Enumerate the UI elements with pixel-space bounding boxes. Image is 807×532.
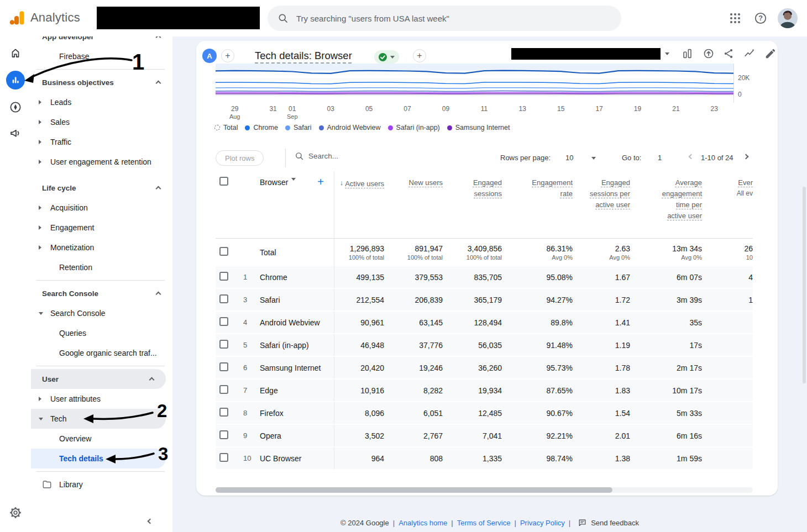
sidebar-item-business-objectives[interactable]: Business objectives [31, 72, 172, 92]
compare-icon[interactable] [682, 48, 694, 60]
footer-link-privacy-policy[interactable]: Privacy Policy [520, 519, 565, 527]
sidebar-item-retention[interactable]: Retention [31, 257, 172, 277]
sparkline-insights-icon[interactable] [743, 48, 756, 60]
sidebar-item-user-attributes[interactable]: User attributes [31, 389, 172, 409]
report-saved-badge[interactable] [374, 50, 399, 64]
sidebar-item-overview[interactable]: Overview [31, 429, 172, 449]
sort-descending-icon[interactable]: ↓ [340, 178, 344, 189]
sidebar-item-queries[interactable]: Queries [31, 323, 172, 343]
legend-item-android-webview[interactable]: Android Webview [319, 124, 381, 131]
timeseries-chart[interactable] [216, 64, 733, 103]
legend-item-safari-in-app[interactable]: Safari (in-app) [388, 124, 440, 131]
table-row[interactable]: 6Samsung Internet20,42019,24636,26095.73… [216, 357, 753, 380]
row-checkbox[interactable] [219, 294, 228, 303]
sidebar-item-tech[interactable]: Tech [31, 409, 166, 429]
date-range-caret-icon[interactable] [665, 52, 669, 55]
reports-icon-selected[interactable] [6, 71, 25, 89]
analytics-logo[interactable]: Analytics [9, 9, 80, 26]
legend-item-total[interactable]: Total [214, 124, 238, 131]
vertical-scrollbar[interactable] [803, 187, 806, 383]
total-row-checkbox[interactable] [219, 247, 228, 256]
metric-header-label[interactable]: Engaged sessions per active user [585, 177, 630, 210]
dimension-selector[interactable]: Browser [260, 178, 288, 187]
table-row[interactable]: 10UC Browser9648081,33598.74%1.381m 59s [216, 447, 753, 470]
table-row[interactable]: 5Safari (in-app)46,94837,77656,03591.48%… [216, 334, 753, 357]
add-secondary-dimension-button[interactable]: + [317, 176, 324, 188]
metric-header-label[interactable]: Average engagement time per active user [657, 177, 702, 222]
global-search-bar[interactable] [268, 6, 621, 31]
sidebar-item-app-developer[interactable]: App developer [31, 36, 172, 46]
metric-header-label[interactable]: Engagement rate [527, 177, 573, 199]
add-comparison-button[interactable]: + [413, 49, 426, 62]
sidebar-item-life-cycle[interactable]: Life cycle [31, 178, 172, 198]
rows-per-page-select[interactable]: 10 [565, 154, 573, 162]
admin-settings-gear-icon[interactable] [9, 506, 22, 519]
plot-rows-button[interactable]: Plot rows [216, 150, 264, 166]
explore-icon[interactable] [9, 101, 22, 114]
table-search[interactable] [295, 151, 386, 161]
sidebar-item-engagement[interactable]: Engagement [31, 218, 172, 238]
legend-item-samsung-internet[interactable]: Samsung Internet [447, 124, 510, 131]
advertising-icon[interactable] [9, 127, 22, 140]
next-page-icon[interactable] [743, 154, 749, 160]
previous-page-icon[interactable] [689, 154, 694, 160]
row-checkbox[interactable] [219, 272, 228, 281]
sidebar-item-firebase[interactable]: Firebase [31, 46, 172, 66]
table-row[interactable]: 7Edge10,9168,28219,93487.65%1.8310m 17s [216, 380, 753, 402]
report-collection-avatar[interactable]: A [202, 49, 217, 63]
row-checkbox[interactable] [219, 430, 228, 439]
sidebar-item-acquisition[interactable]: Acquisition [31, 198, 172, 218]
footer-link-analytics-home[interactable]: Analytics home [399, 519, 447, 527]
add-report-button[interactable]: + [221, 49, 234, 62]
total-subvalue: 10 [702, 254, 753, 261]
sidebar-item-traffic[interactable]: Traffic [31, 132, 172, 152]
send-feedback-button[interactable]: Send feedback [578, 518, 639, 528]
rows-per-page-caret-icon[interactable] [591, 157, 596, 160]
table-row[interactable]: 4Android Webview90,96163,145128,49489.8%… [216, 312, 753, 334]
search-input[interactable] [296, 14, 584, 23]
sidebar-item-monetization[interactable]: Monetization [31, 238, 172, 257]
sidebar-item-search-console[interactable]: Search Console [31, 283, 172, 303]
metric-header-label[interactable]: Engaged sessions [457, 177, 502, 199]
google-apps-grid-icon[interactable] [729, 12, 742, 25]
go-to-page-input[interactable]: 1 [658, 154, 662, 162]
legend-item-safari[interactable]: Safari [285, 124, 312, 131]
footer-link-terms-of-service[interactable]: Terms of Service [457, 519, 511, 527]
redacted-date-range[interactable] [511, 48, 661, 60]
sidebar-item-google-organic-search-traf[interactable]: Google organic search traf... [31, 343, 172, 363]
sidebar-item-user-engagement-retention[interactable]: User engagement & retention [31, 152, 172, 172]
table-row[interactable]: 3Safari212,554206,839365,17994.27%1.723m… [216, 289, 753, 312]
row-checkbox[interactable] [219, 408, 228, 417]
edit-report-pencil-icon[interactable] [764, 48, 777, 60]
table-row[interactable]: 1Chrome499,135379,553835,70595.08%1.676m… [216, 266, 753, 289]
horizontal-scrollbar-thumb[interactable] [216, 487, 612, 493]
collapse-sidebar-icon[interactable] [148, 519, 153, 524]
row-checkbox[interactable] [219, 340, 228, 349]
row-checkbox[interactable] [219, 385, 228, 394]
table-row[interactable]: 8Firefox8,0966,05112,48590.67%1.545m 33s [216, 402, 753, 425]
user-avatar[interactable] [778, 8, 798, 28]
home-icon[interactable] [9, 46, 22, 60]
row-checkbox[interactable] [219, 317, 228, 326]
sidebar-item-leads[interactable]: Leads [31, 92, 172, 112]
metric-header-label[interactable]: New users [409, 177, 443, 188]
sidebar-item-library[interactable]: Library [31, 475, 172, 494]
row-checkbox[interactable] [219, 453, 228, 462]
sidebar-item-search-console[interactable]: Search Console [31, 303, 172, 323]
share-icon[interactable] [722, 48, 735, 60]
sidebar-item-sales[interactable]: Sales [31, 112, 172, 132]
table-row[interactable]: 9Opera3,5022,7677,04192.21%2.016m 16s [216, 425, 753, 447]
insights-circle-icon[interactable] [703, 48, 715, 60]
sidebar-item-tech-details[interactable]: Tech details [31, 449, 166, 468]
help-icon[interactable]: ? [754, 12, 767, 25]
sidebar-item-user[interactable]: User [31, 369, 166, 389]
sidebar-item-label: User engagement & retention [31, 157, 151, 166]
select-all-checkbox[interactable] [219, 177, 228, 186]
report-title[interactable]: Tech details: Browser [255, 50, 352, 62]
horizontal-scrollbar[interactable] [216, 487, 753, 493]
row-checkbox[interactable] [219, 362, 228, 371]
x-axis-tick: 19 [629, 105, 647, 113]
legend-item-chrome[interactable]: Chrome [245, 124, 277, 131]
table-search-input[interactable] [308, 152, 386, 160]
metric-header-label[interactable]: Active users [345, 178, 384, 189]
